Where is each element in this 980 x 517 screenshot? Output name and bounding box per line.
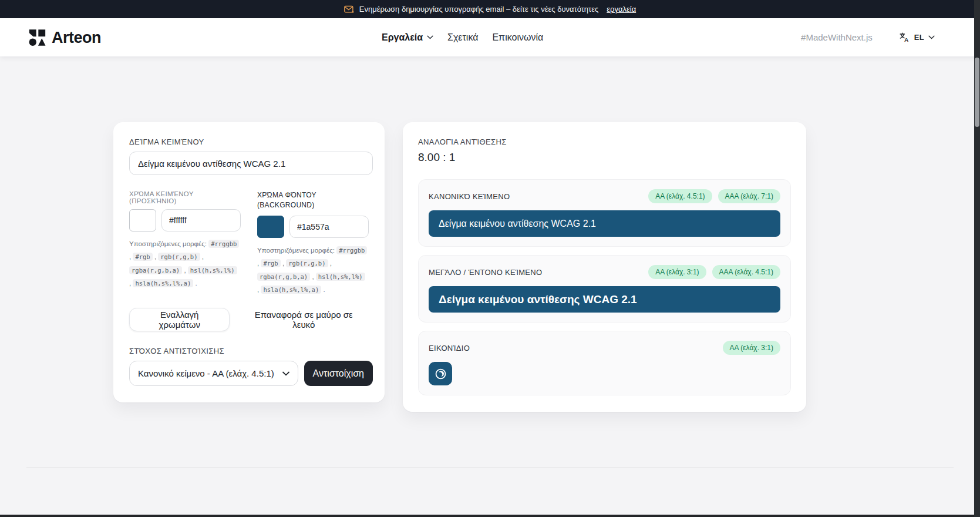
normal-text-preview: Δείγμα κειμένου αντίθεσης WCAG 2.1 — [429, 210, 780, 237]
sample-text-input[interactable] — [129, 152, 373, 175]
scrollbar[interactable] — [974, 0, 980, 517]
reset-black-white-button[interactable]: Επαναφορά σε μαύρο σε λευκό — [234, 308, 373, 331]
format-chip: rgb(r,g,b) — [286, 259, 328, 267]
pass-badge-aa: ΑΑ (ελάχ. 4.5:1) — [648, 189, 712, 203]
format-chip: #rgb — [261, 259, 280, 267]
section-title: ΕΙΚΟΝΊΔΙΟ — [429, 344, 470, 352]
format-chip: #rrggbb — [336, 246, 367, 254]
swap-colors-button[interactable]: Εναλλαγή χρωμάτων — [129, 308, 230, 331]
supported-formats-note: Υποστηριζόμενες μορφές: #rrggbb #rgb rgb… — [129, 237, 241, 290]
foreground-color-swatch[interactable] — [129, 209, 156, 231]
format-chip: hsl(h,s%,l%) — [188, 266, 237, 274]
background-color-label: ΧΡΏΜΑ ΦΌΝΤΟΥ (BACKGROUND) — [257, 190, 369, 211]
format-chip: #rrggbb — [208, 240, 239, 248]
language-code: EL — [914, 33, 924, 42]
large-text-section: ΜΕΓΆΛΟ / ΈΝΤΟΝΟ ΚΕΊΜΕΝΟ ΑΑ (ελάχ. 3:1) Α… — [418, 255, 791, 323]
format-chip: rgba(r,g,b,a) — [257, 273, 310, 281]
header-right: #MadeWithNext.js A EL — [801, 18, 935, 56]
icon-section: ΕΙΚΟΝΊΔΙΟ ΑΑ (ελάχ. 3:1) — [418, 331, 791, 395]
pass-badge-aa: ΑΑ (ελάχ. 3:1) — [723, 341, 780, 355]
foreground-color-field: ΧΡΏΜΑ ΚΕΙΜΈΝΟΥ (ΠΡΟΣΚΉΝΙΟ) Υποστηριζόμεν… — [129, 190, 241, 296]
announcement-banner: Ενημέρωση δημιουργίας υπογραφής email – … — [0, 0, 980, 18]
pass-badge-aa: ΑΑ (ελάχ. 3:1) — [648, 265, 706, 279]
format-chip: rgb(r,g,b) — [158, 253, 200, 261]
sample-settings-card: ΔΕΊΓΜΑ ΚΕΙΜΈΝΟΥ ΧΡΏΜΑ ΚΕΙΜΈΝΟΥ (ΠΡΟΣΚΉΝΙ… — [113, 122, 385, 402]
supported-formats-note: Υποστηριζόμενες μορφές: #rrggbb #rgb rgb… — [257, 244, 369, 297]
nav-item-contact[interactable]: Επικοινωνία — [492, 32, 543, 43]
large-text-preview: Δείγμα κειμένου αντίθεσης WCAG 2.1 — [429, 286, 780, 313]
contrast-icon — [434, 367, 447, 381]
pass-badge-aaa: ΑΑΑ (ελάχ. 4.5:1) — [712, 265, 780, 279]
translate-icon: A — [899, 32, 910, 43]
main-nav: Εργαλεία Σχετικά Επικοινωνία — [382, 18, 543, 56]
envelope-icon — [344, 5, 354, 14]
banner-link[interactable]: εργαλεία — [607, 5, 636, 14]
banner-text: Ενημέρωση δημιουργίας υπογραφής email – … — [359, 5, 598, 14]
contrast-ratio-label: ΑΝΑΛΟΓΊΑ ΑΝΤΊΘΕΣΗΣ — [418, 137, 791, 146]
format-chip: rgba(r,g,b,a) — [129, 266, 182, 274]
format-chip: hsla(h,s%,l%,a) — [261, 286, 321, 294]
format-chip: hsla(h,s%,l%,a) — [133, 279, 193, 287]
nav-item-tools[interactable]: Εργαλεία — [382, 32, 433, 43]
scrollbar-thumb[interactable] — [975, 58, 979, 127]
nav-item-about[interactable]: Σχετικά — [447, 32, 478, 43]
chevron-down-icon — [282, 371, 289, 376]
chevron-down-icon — [928, 35, 935, 39]
pass-badge-aaa: ΑΑΑ (ελάχ. 7:1) — [718, 189, 780, 203]
background-color-swatch[interactable] — [257, 216, 284, 238]
contrast-results-card: ΑΝΑΛΟΓΊΑ ΑΝΤΊΘΕΣΗΣ 8.00 : 1 ΚΑΝΟΝΙΚΌ ΚΕΊ… — [403, 122, 806, 412]
site-header: Arteon Εργαλεία Σχετικά Επικοινωνία #Mad… — [0, 18, 980, 56]
language-switcher[interactable]: A EL — [899, 32, 935, 43]
logo-text: Arteon — [52, 28, 101, 46]
icon-preview-tile — [429, 362, 452, 385]
section-title: ΚΑΝΟΝΙΚΌ ΚΕΊΜΕΝΟ — [429, 192, 510, 201]
contrast-ratio-value: 8.00 : 1 — [418, 151, 791, 164]
background-hex-input[interactable] — [289, 216, 369, 238]
foreground-color-label: ΧΡΏΜΑ ΚΕΙΜΈΝΟΥ (ΠΡΟΣΚΉΝΙΟ) — [129, 190, 241, 204]
logo-mark-icon — [28, 28, 46, 46]
logo[interactable]: Arteon — [28, 28, 101, 46]
viewport-bottom-edge — [0, 515, 974, 517]
normal-text-section: ΚΑΝΟΝΙΚΌ ΚΕΊΜΕΝΟ ΑΑ (ελάχ. 4.5:1) ΑΑΑ (ε… — [418, 179, 791, 247]
made-with-badge: #MadeWithNext.js — [801, 32, 873, 42]
section-title: ΜΕΓΆΛΟ / ΈΝΤΟΝΟ ΚΕΊΜΕΝΟ — [429, 268, 542, 277]
chevron-down-icon — [427, 35, 433, 39]
footer-divider — [26, 467, 954, 468]
svg-text:A: A — [904, 36, 908, 43]
background-color-field: ΧΡΏΜΑ ΦΌΝΤΟΥ (BACKGROUND) Υποστηριζόμενε… — [257, 190, 369, 296]
match-target-select[interactable]: Κανονικό κείμενο - ΑΑ (ελάχ. 4.5:1) — [129, 361, 298, 386]
foreground-hex-input[interactable] — [161, 209, 241, 231]
format-chip: #rgb — [133, 253, 152, 261]
match-button[interactable]: Αντιστοίχιση — [304, 361, 373, 386]
sample-text-label: ΔΕΊΓΜΑ ΚΕΙΜΈΝΟΥ — [129, 137, 373, 146]
format-chip: hsl(h,s%,l%) — [316, 273, 365, 281]
match-target-label: ΣΤΌΧΟΣ ΑΝΤΙΣΤΟΊΧΙΣΗΣ — [129, 347, 373, 355]
